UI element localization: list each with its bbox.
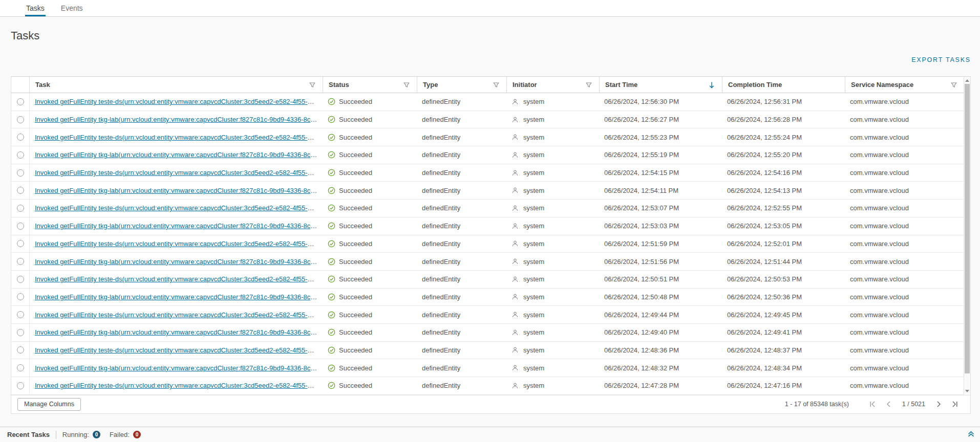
tab-tasks[interactable]: Tasks <box>25 4 46 16</box>
namespace-cell: com.vmware.vcloud <box>845 93 970 111</box>
status-text: Succeeded <box>339 151 372 159</box>
task-link[interactable]: Invoked getFullEntity tkg-lab(urn:vcloud… <box>35 364 317 372</box>
start-time-text: 06/26/2024, 12:51:56 PM <box>604 258 679 266</box>
filter-icon[interactable] <box>403 82 410 88</box>
task-link[interactable]: Invoked getFullEntity tkg-lab(urn:vcloud… <box>35 258 317 266</box>
task-link[interactable]: Invoked getFullEntity teste-ds(urn:vclou… <box>35 204 317 212</box>
row-select-radio[interactable] <box>11 235 29 253</box>
initiator-text: system <box>523 98 544 105</box>
task-link[interactable]: Invoked getFullEntity teste-ds(urn:vclou… <box>35 275 317 283</box>
scroll-down-arrow[interactable] <box>964 388 970 394</box>
task-link[interactable]: Invoked getFullEntity teste-ds(urn:vclou… <box>35 240 317 248</box>
task-link[interactable]: Invoked getFullEntity tkg-lab(urn:vcloud… <box>35 222 317 230</box>
row-select-radio[interactable] <box>11 324 29 342</box>
row-select-radio[interactable] <box>11 253 29 271</box>
radio-icon[interactable] <box>17 223 24 230</box>
initiator-text: system <box>523 222 544 230</box>
radio-icon[interactable] <box>17 258 24 265</box>
vertical-scrollbar[interactable] <box>964 77 970 395</box>
expand-panel-button[interactable] <box>967 430 975 439</box>
scrollbar-thumb[interactable] <box>965 84 970 373</box>
radio-icon[interactable] <box>17 116 24 123</box>
task-link[interactable]: Invoked getFullEntity teste-ds(urn:vclou… <box>35 98 317 105</box>
row-select-radio[interactable] <box>11 377 29 395</box>
initiator-cell: system <box>506 111 599 129</box>
radio-icon[interactable] <box>17 134 24 141</box>
task-link[interactable]: Invoked getFullEntity tkg-lab(urn:vcloud… <box>35 187 317 194</box>
row-select-radio[interactable] <box>11 342 29 360</box>
radio-icon[interactable] <box>17 169 24 176</box>
radio-icon[interactable] <box>17 98 24 105</box>
first-page-button[interactable] <box>864 401 881 408</box>
type-cell: definedEntity <box>417 235 506 253</box>
status-text: Succeeded <box>339 258 372 266</box>
radio-icon[interactable] <box>17 240 24 247</box>
task-link[interactable]: Invoked getFullEntity tkg-lab(urn:vcloud… <box>35 151 317 159</box>
radio-icon[interactable] <box>17 205 24 212</box>
row-select-radio[interactable] <box>11 111 29 129</box>
column-header-completion-time[interactable]: Completion Time <box>722 77 845 93</box>
task-link[interactable]: Invoked getFullEntity tkg-lab(urn:vcloud… <box>35 293 317 301</box>
row-select-radio[interactable] <box>11 128 29 146</box>
initiator-cell: system <box>506 200 599 217</box>
column-header-start-time[interactable]: Start Time <box>599 77 722 93</box>
task-link[interactable]: Invoked getFullEntity teste-ds(urn:vclou… <box>35 169 317 176</box>
next-page-button[interactable] <box>930 401 947 408</box>
radio-icon[interactable] <box>17 382 24 389</box>
tab-events[interactable]: Events <box>60 4 84 16</box>
filter-icon[interactable] <box>309 82 315 88</box>
export-tasks-button[interactable]: EXPORT TASKS <box>911 55 971 65</box>
task-link[interactable]: Invoked getFullEntity tkg-lab(urn:vcloud… <box>35 328 317 336</box>
status-text: Succeeded <box>339 222 372 230</box>
start-time-cell: 06/26/2024, 12:48:36 PM <box>599 342 722 360</box>
initiator-text: system <box>523 311 544 319</box>
task-link[interactable]: Invoked getFullEntity teste-ds(urn:vclou… <box>35 382 317 389</box>
scroll-up-arrow[interactable] <box>964 77 970 83</box>
type-cell: definedEntity <box>417 377 506 395</box>
task-link[interactable]: Invoked getFullEntity teste-ds(urn:vclou… <box>35 346 317 354</box>
row-select-radio[interactable] <box>11 359 29 377</box>
radio-icon[interactable] <box>17 364 24 371</box>
radio-icon[interactable] <box>17 311 24 318</box>
radio-icon[interactable] <box>17 293 24 300</box>
task-link[interactable]: Invoked getFullEntity teste-ds(urn:vclou… <box>35 134 317 141</box>
radio-icon[interactable] <box>17 151 24 159</box>
status-text: Succeeded <box>339 364 372 372</box>
row-select-radio[interactable] <box>11 164 29 182</box>
sort-desc-icon[interactable] <box>709 81 715 89</box>
filter-icon[interactable] <box>493 82 499 88</box>
row-select-radio[interactable] <box>11 217 29 235</box>
task-link[interactable]: Invoked getFullEntity tkg-lab(urn:vcloud… <box>35 116 317 123</box>
table-footer: Manage Columns 1 - 17 of 85348 task(s) 1… <box>11 395 970 413</box>
initiator-text: system <box>523 346 544 354</box>
row-select-radio[interactable] <box>11 289 29 306</box>
initiator-text: system <box>523 151 544 159</box>
failed-label: Failed: <box>110 431 130 438</box>
previous-page-button[interactable] <box>881 401 897 408</box>
row-select-radio[interactable] <box>11 93 29 111</box>
column-header-service-namespace[interactable]: Service Namespace <box>845 77 970 93</box>
row-select-radio[interactable] <box>11 306 29 324</box>
column-header-type[interactable]: Type <box>417 77 506 93</box>
radio-icon[interactable] <box>17 276 24 283</box>
filter-icon[interactable] <box>586 82 592 88</box>
column-header-status[interactable]: Status <box>323 77 417 93</box>
row-select-radio[interactable] <box>11 182 29 200</box>
radio-icon[interactable] <box>17 187 24 194</box>
double-chevron-up-icon <box>967 430 975 437</box>
filter-icon[interactable] <box>951 82 957 88</box>
row-select-radio[interactable] <box>11 146 29 164</box>
namespace-cell: com.vmware.vcloud <box>845 164 970 182</box>
radio-icon[interactable] <box>17 346 24 353</box>
last-page-button[interactable] <box>947 401 963 408</box>
page-title: Tasks <box>11 29 971 42</box>
column-header-initiator[interactable]: Initiator <box>506 77 599 93</box>
start-time-cell: 06/26/2024, 12:56:27 PM <box>599 111 722 129</box>
task-link[interactable]: Invoked getFullEntity teste-ds(urn:vclou… <box>35 311 317 319</box>
manage-columns-button[interactable]: Manage Columns <box>17 398 81 411</box>
column-header-task[interactable]: Task <box>29 77 323 93</box>
table-row: Invoked getFullEntity tkg-lab(urn:vcloud… <box>11 359 970 377</box>
row-select-radio[interactable] <box>11 200 29 217</box>
radio-icon[interactable] <box>17 329 24 336</box>
row-select-radio[interactable] <box>11 271 29 289</box>
